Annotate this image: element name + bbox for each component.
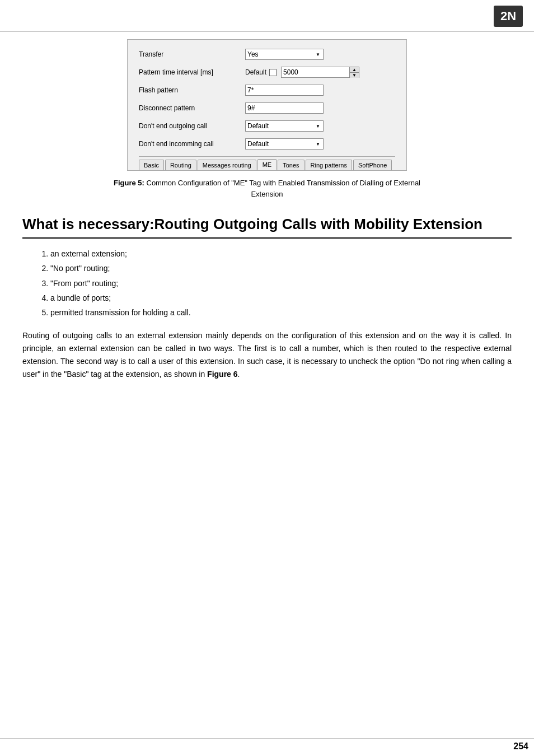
list-item: "No port" routing;	[50, 262, 512, 274]
logo-icon: 2N	[494, 6, 523, 27]
paragraph-text: Routing of outgoing calls to an external…	[22, 331, 512, 379]
select-transfer-value: Yes	[247, 50, 259, 58]
caption-text: Common Configuration of "ME" Tag with En…	[144, 179, 420, 198]
tab-me[interactable]: ME	[257, 159, 277, 170]
form-row-pattern-time: Pattern time interval [ms] Default 5000 …	[139, 67, 395, 78]
select-outgoing[interactable]: Default ▼	[245, 120, 324, 132]
page-number: 254	[513, 741, 528, 752]
main-content: Transfer Yes ▼ Pattern time interval [ms…	[22, 39, 512, 728]
form-row-disconnect: Disconnect pattern 9#	[139, 102, 395, 114]
paragraph-figure-ref: Figure 6	[207, 370, 237, 379]
dropdown-arrow-incoming: ▼	[316, 142, 320, 147]
input-flash[interactable]: 7*	[245, 85, 324, 96]
caption-bold: Figure 5:	[114, 179, 144, 187]
screenshot-box: Transfer Yes ▼ Pattern time interval [ms…	[127, 39, 407, 171]
select-incoming[interactable]: Default ▼	[245, 138, 324, 150]
section-divider	[22, 237, 512, 239]
list-item: permitted transmission for holding a cal…	[50, 306, 512, 319]
label-incoming: Don't end incomming call	[139, 140, 245, 148]
list-item: an external extension;	[50, 248, 512, 260]
spinner-up[interactable]: ▲	[350, 67, 359, 73]
input-disconnect-value: 9#	[247, 104, 255, 112]
tab-bar: Basic Routing Messages routing ME Tones …	[139, 156, 395, 170]
label-pattern-time: Pattern time interval [ms]	[139, 68, 245, 76]
figure-container: Transfer Yes ▼ Pattern time interval [ms…	[22, 39, 512, 199]
select-transfer[interactable]: Yes ▼	[245, 49, 324, 60]
logo-area: 2N	[494, 6, 523, 27]
label-default: Default	[245, 68, 266, 76]
dropdown-arrow-transfer: ▼	[316, 52, 320, 57]
tab-tones[interactable]: Tones	[278, 160, 304, 170]
bottom-border	[0, 738, 534, 739]
list-item: "From port" routing;	[50, 277, 512, 290]
select-incoming-value: Default	[247, 140, 269, 148]
spinner-down[interactable]: ▼	[350, 73, 359, 78]
select-outgoing-value: Default	[247, 122, 269, 130]
form-row-outgoing: Don't end outgoing call Default ▼	[139, 120, 395, 132]
top-border	[0, 31, 534, 32]
spinner-buttons: ▲ ▼	[349, 67, 359, 77]
checkbox-default[interactable]	[269, 69, 277, 76]
paragraph-end: .	[238, 370, 240, 379]
figure-caption: Figure 5: Common Configuration of "ME" T…	[110, 178, 424, 199]
tab-messages-routing[interactable]: Messages routing	[198, 160, 256, 170]
label-disconnect: Disconnect pattern	[139, 104, 245, 112]
tab-softphone[interactable]: SoftPhone	[353, 160, 392, 170]
spinner-pattern-time[interactable]: 5000 ▲ ▼	[281, 67, 359, 78]
body-paragraph: Routing of outgoing calls to an external…	[22, 329, 512, 381]
spinner-value: 5000	[282, 68, 349, 76]
form-row-incoming: Don't end incomming call Default ▼	[139, 138, 395, 150]
input-disconnect[interactable]: 9#	[245, 102, 324, 114]
dropdown-arrow-outgoing: ▼	[316, 124, 320, 129]
tab-routing[interactable]: Routing	[165, 160, 196, 170]
label-transfer: Transfer	[139, 50, 245, 58]
tab-ring-patterns[interactable]: Ring patterns	[306, 160, 352, 170]
tab-basic[interactable]: Basic	[139, 160, 164, 170]
numbered-list: an external extension; "No port" routing…	[50, 248, 512, 319]
input-flash-value: 7*	[247, 86, 254, 94]
form-row-transfer: Transfer Yes ▼	[139, 49, 395, 60]
form-row-flash: Flash pattern 7*	[139, 85, 395, 96]
label-flash: Flash pattern	[139, 86, 245, 94]
list-item: a bundle of ports;	[50, 292, 512, 304]
label-outgoing: Don't end outgoing call	[139, 122, 245, 130]
section-heading: What is necessary:Routing Outgoing Calls…	[22, 215, 512, 234]
